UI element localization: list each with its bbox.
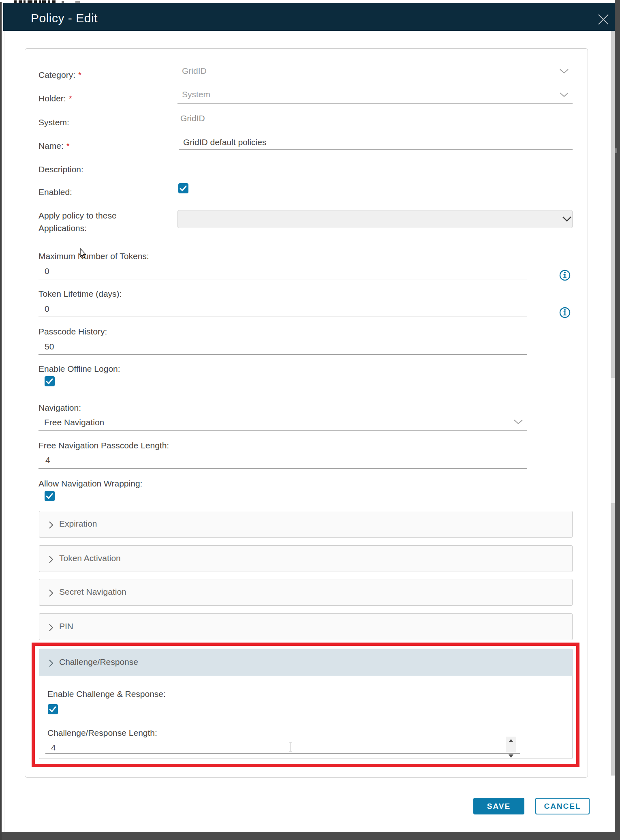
required-marker: * bbox=[69, 94, 72, 103]
close-icon[interactable] bbox=[596, 12, 611, 27]
passcode-history-label: Passcode History: bbox=[38, 327, 107, 336]
enable-challenge-checkbox[interactable] bbox=[48, 704, 58, 714]
chevron-down-icon bbox=[561, 216, 573, 223]
section-label: Token Activation bbox=[59, 553, 121, 563]
enable-challenge-label: Enable Challenge & Response: bbox=[47, 689, 166, 699]
apply-policy-label-line2: Applications: bbox=[38, 223, 87, 233]
category-select-value[interactable]: GridID bbox=[182, 66, 207, 76]
apply-policy-select[interactable] bbox=[177, 210, 573, 228]
challenge-length-input[interactable]: 4 bbox=[51, 743, 56, 752]
modal-bottom bbox=[2, 816, 611, 833]
chevron-right-icon bbox=[48, 588, 54, 600]
section-expiration[interactable]: Expiration bbox=[39, 511, 573, 538]
chevron-right-icon bbox=[48, 658, 54, 670]
checkbox-check-icon bbox=[45, 491, 55, 501]
save-button[interactable]: SAVE bbox=[473, 798, 524, 814]
vertical-scrollbar-thumb[interactable] bbox=[611, 378, 615, 503]
required-marker: * bbox=[66, 141, 70, 150]
free-nav-length-label: Free Navigation Passcode Length: bbox=[38, 441, 169, 450]
challenge-length-label: Challenge/Response Length: bbox=[47, 728, 157, 738]
chevron-down-icon[interactable] bbox=[513, 419, 524, 427]
section-token-activation[interactable]: Token Activation bbox=[39, 545, 573, 572]
section-label: Challenge/Response bbox=[59, 657, 138, 667]
required-marker: * bbox=[78, 71, 81, 79]
section-label: Expiration bbox=[59, 519, 97, 529]
window-right-edge bbox=[615, 0, 620, 840]
enabled-label: Enabled: bbox=[38, 187, 72, 197]
apply-policy-label-line1: Apply policy to these bbox=[38, 211, 117, 221]
policy-edit-screen: Policy - Edit Category:* GridID Holder:*… bbox=[0, 0, 620, 840]
offline-logon-checkbox[interactable] bbox=[45, 376, 55, 386]
mouse-cursor bbox=[79, 248, 88, 261]
chevron-right-icon bbox=[48, 555, 54, 566]
section-pin[interactable]: PIN bbox=[39, 613, 573, 640]
token-lifetime-label: Token Lifetime (days): bbox=[38, 289, 122, 299]
text-cursor bbox=[289, 741, 293, 752]
navigation-label: Navigation: bbox=[38, 403, 81, 413]
checkbox-check-icon bbox=[45, 376, 55, 386]
checkbox-check-icon bbox=[48, 704, 58, 714]
number-spinner bbox=[506, 737, 516, 752]
section-label: PIN bbox=[59, 621, 73, 631]
category-label: Category:* bbox=[38, 70, 81, 80]
chevron-down-icon[interactable] bbox=[559, 68, 569, 76]
section-secret-navigation[interactable]: Secret Navigation bbox=[39, 579, 573, 606]
checkbox-check-icon bbox=[178, 183, 188, 193]
system-label: System: bbox=[38, 118, 69, 127]
passcode-history-input[interactable]: 50 bbox=[45, 342, 54, 351]
nav-wrapping-checkbox[interactable] bbox=[45, 491, 55, 501]
spinner-down-icon[interactable] bbox=[506, 744, 516, 752]
enabled-checkbox[interactable] bbox=[178, 183, 188, 193]
cancel-button[interactable]: CANCEL bbox=[535, 798, 590, 814]
max-tokens-label: Maximum Number of Tokens: bbox=[38, 251, 149, 261]
free-nav-length-input[interactable]: 4 bbox=[45, 455, 50, 465]
info-icon[interactable] bbox=[559, 269, 571, 283]
window-bottom-edge bbox=[2, 832, 615, 840]
name-label: Name:* bbox=[38, 141, 70, 151]
modal-left-border bbox=[4, 31, 4, 832]
description-label: Description: bbox=[38, 165, 83, 174]
spinner-up-icon[interactable] bbox=[506, 737, 516, 744]
chevron-down-icon[interactable] bbox=[559, 92, 569, 100]
holder-select-value[interactable]: System bbox=[182, 90, 210, 99]
max-tokens-input[interactable]: 0 bbox=[45, 266, 49, 276]
background-page-sliver bbox=[0, 0, 620, 3]
window-left-edge bbox=[0, 2, 2, 840]
chevron-right-icon bbox=[48, 623, 54, 634]
system-value: GridID bbox=[180, 114, 205, 123]
chevron-right-icon bbox=[48, 520, 54, 531]
cancel-button-label: CANCEL bbox=[544, 802, 581, 811]
section-challenge-response[interactable]: Challenge/Response bbox=[39, 649, 573, 676]
token-lifetime-input[interactable]: 0 bbox=[45, 304, 49, 314]
name-input[interactable]: GridID default policies bbox=[183, 137, 266, 147]
holder-label: Holder:* bbox=[38, 94, 72, 103]
page-title: Policy - Edit bbox=[31, 11, 98, 25]
offline-logon-label: Enable Offline Logon: bbox=[38, 364, 120, 374]
section-label: Secret Navigation bbox=[59, 587, 126, 597]
nav-wrapping-label: Allow Navigation Wrapping: bbox=[38, 479, 142, 489]
modal-header: Policy - Edit bbox=[3, 3, 615, 31]
save-button-label: SAVE bbox=[487, 802, 511, 811]
challenge-response-body bbox=[39, 676, 573, 759]
info-icon[interactable] bbox=[559, 306, 571, 320]
edge-notch bbox=[615, 148, 617, 153]
navigation-select-value[interactable]: Free Navigation bbox=[44, 418, 104, 427]
